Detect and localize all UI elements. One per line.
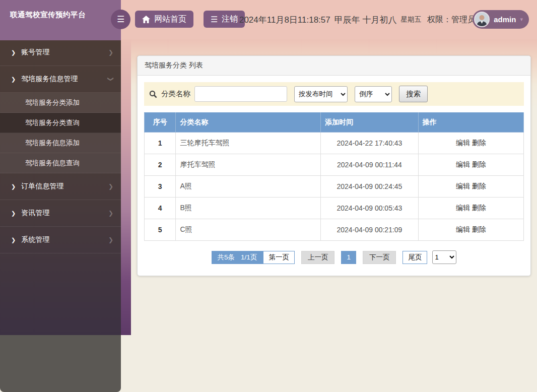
list-icon: ☰ xyxy=(211,15,218,24)
home-icon xyxy=(142,16,150,23)
sidebar-subitem-info-query[interactable]: 驾培服务信息查询 xyxy=(0,153,121,173)
cell-no: 2 xyxy=(145,154,176,176)
cell-name: 三轮摩托车驾照 xyxy=(176,133,321,154)
chevron-right-icon: ❯ xyxy=(108,183,113,190)
edit-link[interactable]: 编辑 xyxy=(456,160,470,168)
table-row: 4 B照 2024-04-09 00:05:43 编辑 删除 xyxy=(145,198,524,219)
sidebar-item-label: 订单信息管理 xyxy=(21,182,63,191)
sidebar-footer-block xyxy=(0,335,121,392)
delete-link[interactable]: 删除 xyxy=(472,139,486,147)
header-actions: 操作 xyxy=(418,113,523,133)
page-select[interactable]: 1 xyxy=(432,250,456,264)
cell-actions: 编辑 删除 xyxy=(418,198,523,219)
prev-page-button[interactable]: 上一页 xyxy=(301,251,335,264)
sidebar-nav: ❯ 账号管理 ❯ ❯ 驾培服务信息管理 ❯ 驾培服务分类添加 驾培服务分类查询 … xyxy=(0,39,121,335)
cell-time: 2024-04-09 00:05:43 xyxy=(321,198,419,219)
lunar-date-text: 甲辰年 十月初八 xyxy=(334,14,397,26)
cell-actions: 编辑 删除 xyxy=(418,219,523,241)
admin-avatar xyxy=(474,12,490,27)
table-header-row: 序号 分类名称 添加时间 操作 xyxy=(145,113,524,133)
table-row: 1 三轮摩托车驾照 2024-04-22 17:40:43 编辑 删除 xyxy=(145,133,524,154)
main-content: 驾培服务分类 列表 分类名称 按发布时间 倒序 搜索 xyxy=(131,39,537,392)
chevron-right-icon: ❯ xyxy=(11,76,16,83)
weekday-text: 星期五 xyxy=(401,15,422,24)
cell-actions: 编辑 删除 xyxy=(418,133,523,154)
cell-time: 2024-04-09 00:11:44 xyxy=(321,154,419,176)
cell-no: 4 xyxy=(145,198,176,219)
cell-no: 5 xyxy=(145,219,176,241)
sidebar-item-label: 资讯管理 xyxy=(21,209,49,218)
search-label: 分类名称 xyxy=(161,89,190,99)
delete-link[interactable]: 删除 xyxy=(472,204,486,212)
cell-actions: 编辑 删除 xyxy=(418,176,523,198)
sidebar-toggle-button[interactable]: ☰ xyxy=(111,10,130,29)
sidebar-item-label: 账号管理 xyxy=(21,48,49,57)
first-page-button[interactable]: 第一页 xyxy=(263,251,295,264)
sort-order-select[interactable]: 倒序 xyxy=(355,86,392,102)
sidebar-item-system-management[interactable]: ❯ 系统管理 ❯ xyxy=(0,227,121,253)
panel-title: 驾培服务分类 列表 xyxy=(138,56,530,76)
chevron-right-icon: ❯ xyxy=(11,210,16,217)
chevron-down-icon: ❯ xyxy=(107,77,114,82)
delete-link[interactable]: 删除 xyxy=(472,182,486,190)
next-page-button[interactable]: 下一页 xyxy=(363,251,396,264)
header-no: 序号 xyxy=(145,113,176,133)
edit-link[interactable]: 编辑 xyxy=(456,225,470,233)
admin-username: admin xyxy=(494,15,516,24)
edit-link[interactable]: 编辑 xyxy=(456,204,470,212)
sidebar-item-order-management[interactable]: ❯ 订单信息管理 ❯ xyxy=(0,173,121,200)
table-row: 2 摩托车驾照 2024-04-09 00:11:44 编辑 删除 xyxy=(145,154,524,176)
cell-name: B照 xyxy=(176,198,321,219)
total-count: 共5条 xyxy=(218,253,235,262)
cell-no: 1 xyxy=(145,133,176,154)
cell-actions: 编辑 删除 xyxy=(418,154,523,176)
sidebar-subitem-label: 驾培服务信息添加 xyxy=(25,139,80,148)
app-title: 联通驾校宣传预约平台 xyxy=(10,10,121,20)
sidebar-item-training-service-management[interactable]: ❯ 驾培服务信息管理 ❯ xyxy=(0,66,121,93)
home-button-label: 网站首页 xyxy=(154,14,186,25)
home-button[interactable]: 网站首页 xyxy=(135,11,193,28)
search-button[interactable]: 搜索 xyxy=(399,86,428,102)
edit-link[interactable]: 编辑 xyxy=(456,139,470,147)
cell-name: 摩托车驾照 xyxy=(176,154,321,176)
header-name: 分类名称 xyxy=(176,113,321,133)
cell-name: A照 xyxy=(176,176,321,198)
cell-time: 2024-04-22 17:40:43 xyxy=(321,133,419,154)
current-page-button[interactable]: 1 xyxy=(341,251,356,264)
sidebar-subitem-label: 驾培服务分类查询 xyxy=(25,118,80,127)
cell-no: 3 xyxy=(145,176,176,198)
last-page-button[interactable]: 尾页 xyxy=(402,251,427,264)
delete-link[interactable]: 删除 xyxy=(472,225,486,233)
table-row: 3 A照 2024-04-09 00:24:45 编辑 删除 xyxy=(145,176,524,198)
category-table: 序号 分类名称 添加时间 操作 1 三轮摩托车驾照 2024-04-22 17:… xyxy=(144,112,524,241)
delete-link[interactable]: 删除 xyxy=(472,160,486,168)
table-row: 5 C照 2024-04-09 00:21:09 编辑 删除 xyxy=(145,219,524,241)
pagination: 共5条 1/1页 第一页 上一页 1 下一页 尾页 1 xyxy=(144,250,524,264)
list-panel: 驾培服务分类 列表 分类名称 按发布时间 倒序 搜索 xyxy=(137,55,531,276)
pagination-summary: 共5条 1/1页 xyxy=(212,251,263,264)
sort-field-select[interactable]: 按发布时间 xyxy=(294,86,348,102)
cell-name: C照 xyxy=(176,219,321,241)
app-window: 网站首页 ☰ 注销 2024年11月8日11:18:57 甲辰年 十月初八 星期… xyxy=(0,0,537,392)
chevron-right-icon: ❯ xyxy=(11,183,16,190)
chevron-right-icon: ❯ xyxy=(108,210,113,217)
search-icon xyxy=(149,90,157,98)
app-header: 联通驾校宣传预约平台 xyxy=(0,0,121,40)
header-time: 添加时间 xyxy=(321,113,419,133)
admin-menu[interactable]: admin ▾ xyxy=(473,10,529,29)
sidebar-subitem-category-query[interactable]: 驾培服务分类查询 xyxy=(0,113,121,133)
sidebar-item-news-management[interactable]: ❯ 资讯管理 ❯ xyxy=(0,200,121,227)
page-info: 1/1页 xyxy=(241,253,257,262)
chevron-right-icon: ❯ xyxy=(11,49,16,56)
category-name-input[interactable] xyxy=(194,86,287,102)
sidebar-subitem-label: 驾培服务信息查询 xyxy=(25,159,80,168)
sidebar-subitem-category-add[interactable]: 驾培服务分类添加 xyxy=(0,93,121,113)
hamburger-icon: ☰ xyxy=(117,15,124,24)
edit-link[interactable]: 编辑 xyxy=(456,182,470,190)
sidebar-subitem-label: 驾培服务分类添加 xyxy=(25,98,80,107)
cell-time: 2024-04-09 00:21:09 xyxy=(321,219,419,241)
datetime-text: 2024年11月8日11:18:57 xyxy=(239,14,330,26)
sidebar-item-account-management[interactable]: ❯ 账号管理 ❯ xyxy=(0,39,121,66)
sidebar-subitem-info-add[interactable]: 驾培服务信息添加 xyxy=(0,133,121,153)
logout-button-label: 注销 xyxy=(222,14,238,25)
